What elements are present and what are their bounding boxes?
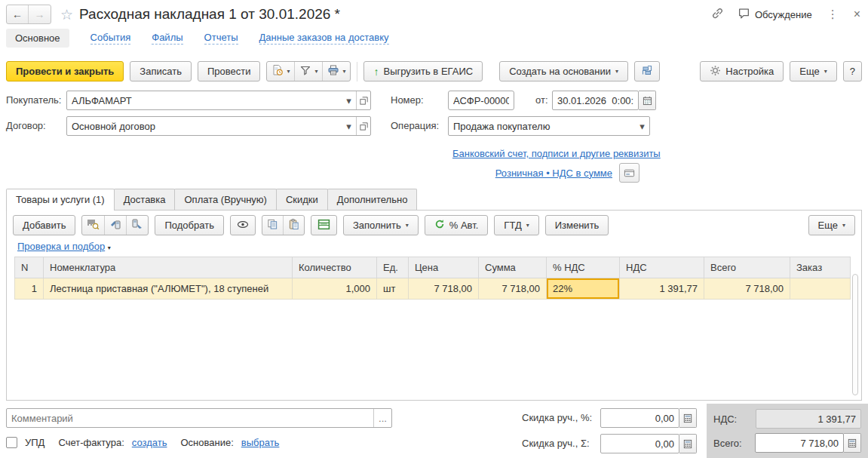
calendar-icon[interactable] [639,91,656,110]
operation-input[interactable] [449,121,635,132]
number-input[interactable] [449,95,514,106]
totals-panel: НДС: Всего: [707,404,868,458]
grand-total-input[interactable] [755,433,844,453]
cell-quantity[interactable]: 1,000 [293,278,377,300]
cell-n[interactable]: 1 [15,278,44,300]
col-amount[interactable]: Сумма [479,257,547,278]
price-type-link[interactable]: Розничная • НДС в сумме [495,168,612,179]
dropdown-caret-icon: ▾ [842,223,845,229]
add-row-button[interactable]: Добавить [13,215,75,235]
cell-vat-rate-selected[interactable]: 22% [547,278,620,300]
col-nomenclature[interactable]: Номенклатура [44,257,293,278]
chevron-down-icon[interactable]: ▾ [635,117,649,135]
cell-total[interactable]: 7 718,00 [704,278,790,300]
posting-mode-button[interactable]: ▾ [267,62,295,81]
post-button[interactable]: Провести [198,61,261,81]
settings-button[interactable]: Настройка [700,61,784,81]
chevron-down-icon[interactable]: ▾ [342,117,356,135]
col-vat[interactable]: НДС [620,257,704,278]
price-type-icon[interactable] [619,163,639,183]
open-item-icon[interactable] [356,91,370,109]
discount-pct-field [600,408,697,428]
filter-button[interactable]: ▾ [295,62,323,81]
col-unit[interactable]: Ед. [377,257,409,278]
discussion-button[interactable]: Обсуждение [738,7,812,22]
comment-expand-button[interactable]: ... [373,409,391,427]
open-item-icon[interactable] [356,117,370,135]
discount-sum-label: Скидка руч., Σ: [522,434,590,453]
barcode-search-button[interactable] [82,216,105,235]
create-based-on-button[interactable]: Создать на основании▾ [499,61,628,81]
check-and-pick-link[interactable]: Проверка и подбор [17,241,105,252]
change-button[interactable]: Изменить [545,215,609,235]
post-and-close-button[interactable]: Провести и закрыть [6,61,124,81]
command-bar: Провести и закрыть Записать Провести ▾ ▾… [0,55,868,89]
dropdown-caret-icon: ▾ [526,223,529,229]
tab-goods-services[interactable]: Товары и услуги (1) [6,189,115,211]
discount-pct-input[interactable] [601,413,679,424]
get-link-icon[interactable] [711,7,724,22]
invoice-create-link[interactable]: создать [132,437,167,448]
table-settings-button[interactable] [311,215,337,235]
cell-vat[interactable]: 1 391,77 [620,278,704,300]
vat-auto-button[interactable]: % Авт. [425,215,489,235]
basis-select-link[interactable]: выбрать [241,437,280,448]
tab-payment[interactable]: Оплата (Вручную) [174,189,276,210]
copy-rows-button[interactable] [262,216,284,235]
help-button[interactable]: ? [843,61,862,81]
gtd-button[interactable]: ГТД▾ [494,215,538,235]
discount-sum-input[interactable] [601,438,679,450]
col-total[interactable]: Всего [704,257,790,278]
kebab-menu-icon[interactable]: ⋮ [826,8,840,21]
terminal-load-button[interactable] [105,216,127,235]
back-button[interactable]: ← [7,5,29,23]
cell-price[interactable]: 7 718,00 [409,278,479,300]
col-order[interactable]: Заказ [790,257,851,278]
calculator-icon[interactable] [679,434,697,453]
tab-delivery[interactable]: Доставка [114,189,176,210]
nav-item-delivery-orders[interactable]: Данные заказов на доставку [259,32,389,45]
cell-amount[interactable]: 7 718,00 [479,278,547,300]
cell-unit[interactable]: шт [377,278,409,300]
fill-button[interactable]: Заполнить▾ [343,215,419,235]
grand-total-row: Всего: [713,433,861,453]
col-n[interactable]: N [15,257,44,278]
cell-order[interactable] [790,278,851,300]
view-item-button[interactable] [230,215,256,235]
items-more-button[interactable]: Еще▾ [808,215,855,235]
cell-nomenclature[interactable]: Лестница приставная ("АЛЮМЕТ"), 18 ступе… [44,278,293,300]
comment-input[interactable] [7,413,373,424]
date-input[interactable] [553,95,638,106]
upd-checkbox[interactable] [6,437,17,448]
calculator-icon[interactable] [844,433,861,453]
structure-button[interactable] [634,61,660,81]
write-button[interactable]: Записать [130,61,192,81]
col-price[interactable]: Цена [409,257,479,278]
upd-label: УПД [25,437,44,448]
buyer-input[interactable] [67,95,342,106]
forward-button[interactable]: → [29,5,51,23]
nav-item-reports[interactable]: Отчеты [204,32,238,45]
tab-discounts[interactable]: Скидки [276,189,328,210]
clipboard-group [262,215,305,235]
dropdown-caret-icon: ▾ [824,69,827,75]
calculator-icon[interactable] [679,408,697,428]
nav-item-files[interactable]: Файлы [152,32,182,45]
contract-input[interactable] [67,121,342,132]
egais-upload-button[interactable]: ↑ Выгрузить в ЕГАИС [363,61,483,81]
bank-details-link[interactable]: Банковский счет, подписи и другие реквиз… [452,148,661,159]
close-icon[interactable]: × [854,8,860,21]
pick-items-button[interactable]: Подобрать [155,215,223,235]
table-vertical-scrollbar[interactable] [852,274,858,395]
print-button[interactable]: ▾ [323,62,350,81]
more-button[interactable]: Еще▾ [790,61,836,81]
col-quantity[interactable]: Количество [293,257,377,278]
favorite-star-icon[interactable]: ☆ [60,6,73,23]
chevron-down-icon[interactable]: ▾ [342,91,356,109]
paste-rows-button[interactable] [284,216,304,235]
col-vat-rate[interactable]: % НДС [547,257,620,278]
nav-item-events[interactable]: События [90,32,131,45]
tab-additional[interactable]: Дополнительно [327,189,418,210]
terminal-send-button[interactable] [127,216,148,235]
nav-item-main[interactable]: Основное [6,29,69,48]
